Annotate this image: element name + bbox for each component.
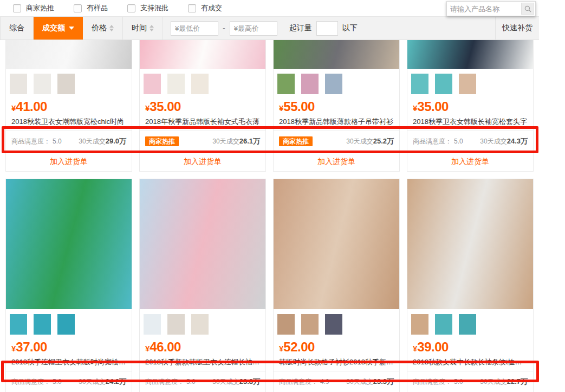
product-card[interactable]: ¥55.002018秋季新品韩版薄款格子吊带衬衫商家热推30天成交25.2万加入…: [273, 40, 400, 172]
filter-checkbox-item[interactable]: 有样品: [74, 3, 108, 13]
product-title-link[interactable]: 2018秋季新品韩版薄款格子吊带衬衫: [274, 117, 399, 127]
satisfaction-value: 5.0: [53, 138, 62, 145]
checkbox-icon[interactable]: [188, 4, 196, 12]
product-thumbnail[interactable]: [10, 74, 27, 94]
product-thumbnail[interactable]: [167, 74, 185, 94]
product-card[interactable]: ¥35.002018秋季卫衣女韩版长袖宽松套头字商品满意度：5.030天成交24…: [407, 40, 534, 172]
product-thumbnail[interactable]: [144, 74, 161, 94]
product-thumbnail[interactable]: [301, 314, 319, 335]
sort-tab-time[interactable]: 时间: [123, 17, 163, 40]
product-title-link[interactable]: 2018秋季连帽卫衣女韩版时尚宽松显…: [6, 357, 132, 367]
product-main-photo[interactable]: [274, 179, 399, 309]
product-title-link[interactable]: 韩版时尚长款格子衬衫2018秋季新款…: [274, 357, 399, 367]
product-thumbnail[interactable]: [191, 314, 209, 335]
product-card[interactable]: ¥52.00韩版时尚长款格子衬衫2018秋季新款…商品满意度：4.930天成交2…: [273, 179, 400, 392]
price-value: 55.00: [283, 99, 315, 114]
product-main-photo[interactable]: [274, 40, 399, 69]
filter-checkbox-label: 支持混批: [140, 3, 168, 13]
sales-30d: 30天成交26.1万: [212, 136, 260, 146]
sort-tab-price[interactable]: 价格: [83, 17, 123, 40]
min-price-input[interactable]: [171, 21, 218, 36]
product-thumbnail[interactable]: [325, 314, 342, 335]
satisfaction-value: 5.0: [53, 378, 62, 386]
product-thumbnail[interactable]: [301, 74, 319, 94]
product-title-link[interactable]: 2018秋季新款韩版卫衣女连帽长袖绣…: [140, 357, 265, 367]
satisfaction-label: 商品满意度：: [11, 378, 50, 386]
product-thumbnail[interactable]: [191, 74, 209, 94]
product-thumbnail[interactable]: [411, 74, 428, 94]
satisfaction-label: 商品满意度：: [11, 138, 50, 145]
product-thumbnail[interactable]: [435, 314, 452, 335]
price-line: ¥41.00: [6, 99, 132, 114]
checkbox-icon[interactable]: [13, 4, 21, 12]
price-value: 41.00: [16, 99, 47, 114]
product-main-photo[interactable]: [140, 40, 265, 69]
sort-desc-icon: [109, 29, 114, 31]
sales-30d: 30天成交25.2万: [346, 136, 394, 146]
quick-restock-link[interactable]: 快速补货: [495, 17, 539, 40]
product-card[interactable]: ¥37.002018秋季连帽卫衣女韩版时尚宽松显…商品满意度：5.030天成交2…: [5, 179, 132, 392]
search-button[interactable]: [521, 3, 534, 15]
product-thumbnail[interactable]: [277, 314, 295, 335]
add-to-purchase-list-button[interactable]: 加入进货单: [140, 152, 265, 171]
product-thumbnail[interactable]: [10, 314, 27, 335]
filter-checkbox-item[interactable]: 商家热推: [13, 3, 54, 13]
magnifier-icon: [524, 5, 531, 12]
price-range-zone: - 起订量 以下: [163, 17, 495, 40]
product-title-link[interactable]: 2018秋款女装中长款长袖条纹t恤韩…: [407, 357, 533, 367]
search-input[interactable]: [447, 5, 521, 13]
price-value: 46.00: [150, 339, 181, 354]
product-card[interactable]: ¥35.002018年秋季新品韩版长袖女式毛衣薄商家热推30天成交26.1万加入…: [139, 40, 266, 172]
sort-asc-icon: [150, 25, 154, 28]
satisfaction-label: 商品满意度：: [279, 378, 318, 386]
sort-tab-sales-volume[interactable]: 成交额: [34, 17, 83, 40]
filter-checkbox-item[interactable]: 有成交: [188, 3, 222, 13]
add-to-purchase-list-button[interactable]: 加入进货单: [274, 152, 399, 171]
add-to-purchase-list-button[interactable]: 加入进货单: [6, 152, 132, 171]
product-thumbnail[interactable]: [325, 74, 342, 94]
product-thumbnail[interactable]: [34, 74, 51, 94]
min-order-input[interactable]: [316, 21, 338, 36]
product-title-link[interactable]: 2018年秋季新品韩版长袖女式毛衣薄: [140, 117, 265, 127]
checkbox-icon[interactable]: [74, 4, 82, 12]
product-thumbnail[interactable]: [144, 314, 161, 335]
hot-push-badge: 商家热推: [279, 136, 313, 146]
add-to-purchase-list-button[interactable]: 加入进货单: [407, 152, 533, 171]
product-main-photo[interactable]: [407, 40, 533, 69]
checkbox-icon[interactable]: [127, 4, 135, 12]
price-line: ¥39.00: [407, 339, 533, 355]
satisfaction-value: 5.0: [454, 378, 463, 386]
product-main-photo[interactable]: [407, 179, 533, 309]
satisfaction: 商品满意度：5.0: [145, 377, 196, 387]
product-thumbnail[interactable]: [459, 314, 476, 335]
product-card[interactable]: ¥46.002018秋季新款韩版卫衣女连帽长袖绣…商品满意度：5.030天成交2…: [139, 179, 266, 392]
product-thumbnail[interactable]: [167, 314, 185, 335]
filter-checkbox-label: 商家热推: [26, 3, 54, 13]
filter-checkbox-item[interactable]: 支持混批: [127, 3, 168, 13]
satisfaction: 商品满意度：5.0: [413, 377, 463, 387]
product-card[interactable]: ¥39.002018秋款女装中长款长袖条纹t恤韩…商品满意度：5.030天成交2…: [407, 179, 534, 392]
product-thumbnail[interactable]: [435, 74, 452, 94]
sort-arrows-icon: [109, 25, 114, 31]
thumbnail-strip: [6, 69, 132, 99]
product-main-photo[interactable]: [140, 179, 265, 309]
price-value: 37.00: [16, 339, 47, 354]
product-thumbnail[interactable]: [57, 314, 75, 335]
product-main-photo[interactable]: [6, 179, 132, 309]
product-thumbnail[interactable]: [34, 314, 51, 335]
product-title-link[interactable]: 2018秋季卫衣女韩版长袖宽松套头字: [407, 117, 533, 127]
product-thumbnail[interactable]: [459, 74, 476, 94]
thumbnail-strip: [274, 69, 399, 99]
product-thumbnail[interactable]: [277, 74, 295, 94]
sales-value: 23.3万: [373, 377, 394, 386]
sort-tab-comprehensive[interactable]: 综合: [0, 17, 34, 40]
sales-30d: 30天成交23.3万: [346, 377, 394, 387]
product-main-photo[interactable]: [6, 40, 132, 69]
product-card[interactable]: ¥41.002018秋装卫衣女潮韩版宽松chic时尚商品满意度：5.030天成交…: [5, 40, 132, 172]
product-thumbnail[interactable]: [411, 314, 428, 335]
max-price-input[interactable]: [230, 21, 277, 36]
product-title-link[interactable]: 2018秋装卫衣女潮韩版宽松chic时尚: [6, 117, 132, 127]
sort-tab-label: 成交额: [42, 23, 65, 33]
price-value: 39.00: [417, 339, 449, 354]
product-thumbnail[interactable]: [57, 74, 75, 94]
